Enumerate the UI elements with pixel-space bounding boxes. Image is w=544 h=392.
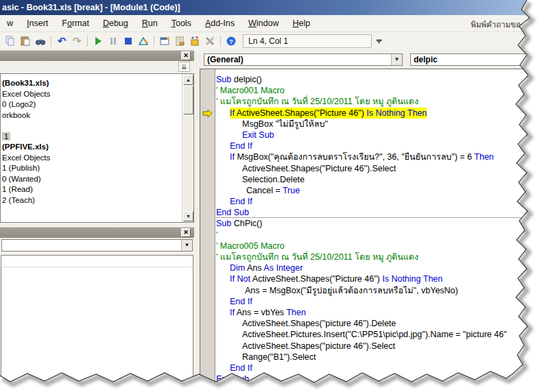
panel-splitter-vertical[interactable]	[194, 50, 200, 392]
project-tree-item[interactable]: 1 (Publish)	[2, 163, 181, 174]
toolbar-separator	[51, 36, 51, 47]
code-editor[interactable]: Sub delpic()' Macro001 Macro' แมโครถูกบั…	[200, 69, 544, 392]
project-tree-item[interactable]: (Book31.xls)	[2, 78, 181, 89]
code-line: Sub ChPic()	[216, 218, 544, 229]
procedure-combo[interactable]: delpic	[410, 53, 537, 66]
chevron-down-icon[interactable]: ▼	[391, 54, 402, 65]
code-line: Ans = MsgBox("มีรูปอยู่แล้วต้องการลบหรือ…	[216, 285, 544, 296]
run-icon[interactable]	[91, 34, 106, 48]
project-tree-item[interactable]: 0 (Logo2)	[2, 99, 181, 110]
code-line: Cancel = True	[216, 185, 544, 196]
panel-options-chevron-icon[interactable]: ⇊	[178, 62, 190, 72]
close-icon[interactable]: ✕	[181, 228, 191, 237]
code-combos-row: (General) ▼ delpic	[200, 52, 544, 69]
toolbox-icon[interactable]	[202, 34, 217, 48]
chevron-down-icon[interactable]: ▼	[181, 240, 192, 251]
project-tree-item[interactable]: (PPFIVE.xls)	[2, 142, 181, 153]
window-title: asic - Book31.xls [break] - [Module1 (Co…	[2, 3, 180, 12]
menu-item-tools[interactable]: Tools	[165, 17, 198, 29]
project-explorer-toolbar: ⇊	[0, 61, 194, 73]
project-tree-item[interactable]: orkbook	[2, 110, 181, 121]
reset-icon[interactable]	[121, 34, 136, 48]
code-line: If Ans = vbYes Then	[216, 307, 544, 318]
code-line: End If	[216, 296, 544, 307]
code-line: Sub delpic()	[216, 74, 544, 85]
toolbar-options-chevron-icon[interactable]: ▬▼	[375, 35, 383, 47]
code-line: Exit Sub	[216, 130, 544, 140]
scroll-down-icon[interactable]: ▼	[183, 211, 193, 221]
project-explorer-icon[interactable]	[157, 34, 172, 48]
project-tree-scrollbar[interactable]: ▲ ▼	[182, 74, 193, 222]
project-tree-item[interactable]: 1 (Read)	[2, 184, 181, 195]
project-explorer-caption: ✕	[0, 50, 194, 61]
code-line: End If	[216, 140, 544, 151]
menu-item-add-ins[interactable]: Add-Ins	[198, 17, 241, 29]
scrollbar-thumb[interactable]	[183, 86, 193, 114]
menu-item-format[interactable]: Format	[55, 17, 96, 29]
line-column-indicator: Ln 4, Col 1	[243, 34, 372, 48]
project-tree[interactable]: (Book31.xls)Excel Objects0 (Logo2)orkboo…	[0, 73, 194, 223]
code-lines: Sub delpic()' Macro001 Macro' แมโครถูกบั…	[216, 74, 544, 384]
scroll-up-icon[interactable]: ▲	[183, 75, 193, 85]
type-question-help-box[interactable]: พิมพ์คำถามขอ	[471, 19, 521, 31]
menu-item-debug[interactable]: Debug	[96, 17, 135, 29]
code-line: If MsgBox("คุณต้องการลบตราโรงเรียน?", 36…	[216, 151, 544, 162]
properties-object-combo[interactable]: ▼	[1, 239, 193, 252]
code-line: ' Macro005 Macro	[216, 241, 544, 252]
code-line: ActiveSheet.Shapes("picture 46").Delete	[216, 318, 544, 329]
properties-window-icon[interactable]	[172, 34, 187, 48]
toolbar-separator	[154, 36, 154, 47]
properties-object-combo-row: ▼	[0, 238, 194, 253]
menu-item-run[interactable]: Run	[135, 17, 165, 29]
code-line: ActiveSheet.Shapes("Picture 46").Select	[216, 163, 544, 174]
project-tree-item[interactable]	[2, 121, 181, 132]
project-explorer-panel: ✕ ⇊ (Book31.xls)Excel Objects0 (Logo2)or…	[0, 50, 194, 223]
project-tree-item[interactable]: Excel Objects	[2, 153, 181, 164]
project-tree-item[interactable]: 1	[2, 132, 181, 143]
paste-icon[interactable]	[18, 34, 33, 48]
properties-grid-line	[1, 256, 193, 267]
code-line: ' แมโครถูกบันทึก ณ วันที่ 25/10/2011 โดย…	[216, 96, 544, 107]
design-mode-icon[interactable]	[136, 34, 151, 48]
code-line: Selection.Delete	[216, 174, 544, 185]
code-line: ' Macro001 Macro	[216, 85, 544, 96]
code-line: ActiveSheet.Shapes("picture 46").Select	[216, 341, 544, 352]
menu-items: wInsertFormatDebugRunToolsAdd-InsWindowH…	[0, 15, 544, 32]
properties-list	[1, 255, 193, 392]
project-tree-item[interactable]: Excel Objects	[2, 89, 181, 100]
code-window: (General) ▼ delpic Sub delpic()' Macro00…	[200, 50, 544, 392]
menu-bar: wInsertFormatDebugRunToolsAdd-InsWindowH…	[0, 15, 544, 32]
code-line: End If	[216, 363, 544, 373]
menu-item-insert[interactable]: Insert	[20, 17, 55, 29]
standard-toolbar: ↶ ↷ ? Ln 4, Col 1 ▬▼	[0, 32, 544, 50]
undo-icon[interactable]: ↶	[54, 34, 69, 48]
break-icon[interactable]	[106, 34, 121, 48]
close-icon[interactable]: ✕	[181, 51, 191, 60]
menu-item-help[interactable]: Help	[285, 17, 317, 29]
workspace: ✕ ⇊ (Book31.xls)Excel Objects0 (Logo2)or…	[0, 50, 544, 392]
object-combo-value: (General)	[204, 54, 390, 65]
toolbar-separator	[87, 36, 88, 47]
code-line: Range("B1").Select	[216, 352, 544, 363]
code-margin-gutter	[200, 69, 215, 392]
toolbar-separator	[220, 36, 221, 47]
code-line: MsgBox "ไม่มีรูปให้ลบ"	[216, 119, 544, 130]
find-icon[interactable]	[33, 34, 48, 48]
project-tree-item[interactable]: 0 (Wanted)	[2, 174, 181, 185]
menu-item-w[interactable]: w	[0, 17, 20, 29]
redo-icon[interactable]: ↷	[69, 34, 84, 48]
help-icon[interactable]: ?	[224, 34, 239, 48]
execution-point-arrow-icon	[202, 108, 213, 117]
object-combo[interactable]: (General) ▼	[204, 53, 403, 66]
code-line: If Not ActiveSheet.Shapes("Picture 46") …	[216, 273, 544, 284]
menu-item-window[interactable]: Window	[241, 17, 285, 29]
copy-icon[interactable]	[3, 34, 18, 48]
code-line: '	[216, 230, 544, 241]
vba-editor-window: asic - Book31.xls [break] - [Module1 (Co…	[0, 0, 544, 392]
code-line: ActiveSheet.Pictures.Insert("C:\PP51\pic…	[216, 329, 544, 340]
code-line: If ActiveSheet.Shapes("Picture 46") Is N…	[216, 108, 544, 119]
properties-panel: ✕ ▼ rized	[0, 227, 194, 392]
project-tree-item[interactable]: 2 (Teach)	[2, 195, 181, 206]
object-browser-icon[interactable]	[187, 34, 202, 48]
project-tree-rows: (Book31.xls)Excel Objects0 (Logo2)orkboo…	[2, 78, 181, 206]
